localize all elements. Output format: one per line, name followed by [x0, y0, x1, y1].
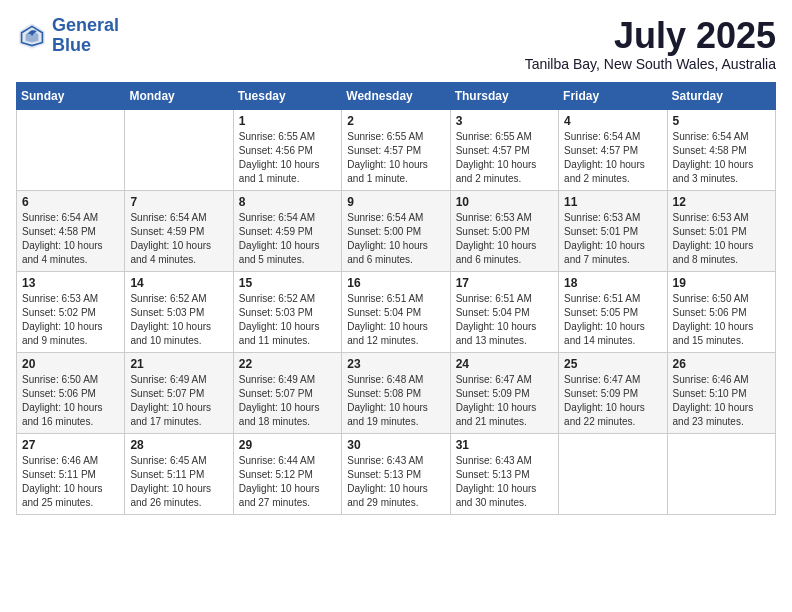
- day-number: 18: [564, 276, 661, 290]
- day-info: Sunrise: 6:53 AM Sunset: 5:01 PM Dayligh…: [673, 211, 770, 267]
- day-number: 22: [239, 357, 336, 371]
- calendar-day-cell: [17, 109, 125, 190]
- day-number: 29: [239, 438, 336, 452]
- day-info: Sunrise: 6:49 AM Sunset: 5:07 PM Dayligh…: [130, 373, 227, 429]
- day-info: Sunrise: 6:51 AM Sunset: 5:04 PM Dayligh…: [347, 292, 444, 348]
- day-number: 28: [130, 438, 227, 452]
- day-number: 25: [564, 357, 661, 371]
- calendar-day-cell: 13Sunrise: 6:53 AM Sunset: 5:02 PM Dayli…: [17, 271, 125, 352]
- day-info: Sunrise: 6:55 AM Sunset: 4:57 PM Dayligh…: [456, 130, 553, 186]
- calendar-day-cell: 10Sunrise: 6:53 AM Sunset: 5:00 PM Dayli…: [450, 190, 558, 271]
- calendar-day-cell: 9Sunrise: 6:54 AM Sunset: 5:00 PM Daylig…: [342, 190, 450, 271]
- calendar-body: 1Sunrise: 6:55 AM Sunset: 4:56 PM Daylig…: [17, 109, 776, 514]
- calendar-day-cell: 22Sunrise: 6:49 AM Sunset: 5:07 PM Dayli…: [233, 352, 341, 433]
- month-year: July 2025: [525, 16, 776, 56]
- day-info: Sunrise: 6:51 AM Sunset: 5:05 PM Dayligh…: [564, 292, 661, 348]
- calendar-day-cell: 12Sunrise: 6:53 AM Sunset: 5:01 PM Dayli…: [667, 190, 775, 271]
- calendar-week-row: 20Sunrise: 6:50 AM Sunset: 5:06 PM Dayli…: [17, 352, 776, 433]
- calendar-day-cell: 14Sunrise: 6:52 AM Sunset: 5:03 PM Dayli…: [125, 271, 233, 352]
- calendar-day-cell: 20Sunrise: 6:50 AM Sunset: 5:06 PM Dayli…: [17, 352, 125, 433]
- day-info: Sunrise: 6:52 AM Sunset: 5:03 PM Dayligh…: [130, 292, 227, 348]
- logo-line2: Blue: [52, 35, 91, 55]
- calendar-day-cell: 2Sunrise: 6:55 AM Sunset: 4:57 PM Daylig…: [342, 109, 450, 190]
- day-info: Sunrise: 6:44 AM Sunset: 5:12 PM Dayligh…: [239, 454, 336, 510]
- calendar-day-cell: [667, 433, 775, 514]
- weekday-header-cell: Monday: [125, 82, 233, 109]
- day-number: 4: [564, 114, 661, 128]
- day-info: Sunrise: 6:50 AM Sunset: 5:06 PM Dayligh…: [673, 292, 770, 348]
- weekday-header-row: SundayMondayTuesdayWednesdayThursdayFrid…: [17, 82, 776, 109]
- day-number: 14: [130, 276, 227, 290]
- calendar-day-cell: 27Sunrise: 6:46 AM Sunset: 5:11 PM Dayli…: [17, 433, 125, 514]
- day-info: Sunrise: 6:50 AM Sunset: 5:06 PM Dayligh…: [22, 373, 119, 429]
- calendar-day-cell: 5Sunrise: 6:54 AM Sunset: 4:58 PM Daylig…: [667, 109, 775, 190]
- day-number: 9: [347, 195, 444, 209]
- calendar-day-cell: 26Sunrise: 6:46 AM Sunset: 5:10 PM Dayli…: [667, 352, 775, 433]
- weekday-header-cell: Thursday: [450, 82, 558, 109]
- calendar-day-cell: 1Sunrise: 6:55 AM Sunset: 4:56 PM Daylig…: [233, 109, 341, 190]
- day-info: Sunrise: 6:47 AM Sunset: 5:09 PM Dayligh…: [456, 373, 553, 429]
- day-number: 30: [347, 438, 444, 452]
- day-info: Sunrise: 6:54 AM Sunset: 5:00 PM Dayligh…: [347, 211, 444, 267]
- day-number: 11: [564, 195, 661, 209]
- day-info: Sunrise: 6:43 AM Sunset: 5:13 PM Dayligh…: [456, 454, 553, 510]
- calendar-day-cell: 31Sunrise: 6:43 AM Sunset: 5:13 PM Dayli…: [450, 433, 558, 514]
- weekday-header-cell: Friday: [559, 82, 667, 109]
- day-number: 26: [673, 357, 770, 371]
- day-info: Sunrise: 6:48 AM Sunset: 5:08 PM Dayligh…: [347, 373, 444, 429]
- day-info: Sunrise: 6:49 AM Sunset: 5:07 PM Dayligh…: [239, 373, 336, 429]
- calendar-day-cell: 30Sunrise: 6:43 AM Sunset: 5:13 PM Dayli…: [342, 433, 450, 514]
- weekday-header-cell: Sunday: [17, 82, 125, 109]
- day-number: 2: [347, 114, 444, 128]
- calendar-day-cell: 28Sunrise: 6:45 AM Sunset: 5:11 PM Dayli…: [125, 433, 233, 514]
- day-info: Sunrise: 6:46 AM Sunset: 5:10 PM Dayligh…: [673, 373, 770, 429]
- day-info: Sunrise: 6:54 AM Sunset: 4:58 PM Dayligh…: [673, 130, 770, 186]
- day-info: Sunrise: 6:54 AM Sunset: 4:59 PM Dayligh…: [130, 211, 227, 267]
- calendar-week-row: 1Sunrise: 6:55 AM Sunset: 4:56 PM Daylig…: [17, 109, 776, 190]
- calendar-day-cell: 3Sunrise: 6:55 AM Sunset: 4:57 PM Daylig…: [450, 109, 558, 190]
- logo-text: General Blue: [52, 16, 119, 56]
- day-number: 27: [22, 438, 119, 452]
- day-info: Sunrise: 6:53 AM Sunset: 5:02 PM Dayligh…: [22, 292, 119, 348]
- calendar-day-cell: 25Sunrise: 6:47 AM Sunset: 5:09 PM Dayli…: [559, 352, 667, 433]
- page-header: General Blue July 2025 Tanilba Bay, New …: [16, 16, 776, 72]
- weekday-header-cell: Wednesday: [342, 82, 450, 109]
- day-info: Sunrise: 6:55 AM Sunset: 4:57 PM Dayligh…: [347, 130, 444, 186]
- calendar-day-cell: 19Sunrise: 6:50 AM Sunset: 5:06 PM Dayli…: [667, 271, 775, 352]
- calendar-day-cell: 21Sunrise: 6:49 AM Sunset: 5:07 PM Dayli…: [125, 352, 233, 433]
- logo: General Blue: [16, 16, 119, 56]
- logo-icon: [16, 20, 48, 52]
- calendar-day-cell: [125, 109, 233, 190]
- day-info: Sunrise: 6:54 AM Sunset: 4:59 PM Dayligh…: [239, 211, 336, 267]
- day-number: 16: [347, 276, 444, 290]
- day-number: 21: [130, 357, 227, 371]
- calendar-day-cell: 23Sunrise: 6:48 AM Sunset: 5:08 PM Dayli…: [342, 352, 450, 433]
- weekday-header-cell: Tuesday: [233, 82, 341, 109]
- day-number: 17: [456, 276, 553, 290]
- calendar-table: SundayMondayTuesdayWednesdayThursdayFrid…: [16, 82, 776, 515]
- day-info: Sunrise: 6:46 AM Sunset: 5:11 PM Dayligh…: [22, 454, 119, 510]
- calendar-day-cell: 18Sunrise: 6:51 AM Sunset: 5:05 PM Dayli…: [559, 271, 667, 352]
- day-info: Sunrise: 6:47 AM Sunset: 5:09 PM Dayligh…: [564, 373, 661, 429]
- day-info: Sunrise: 6:54 AM Sunset: 4:57 PM Dayligh…: [564, 130, 661, 186]
- day-number: 1: [239, 114, 336, 128]
- day-info: Sunrise: 6:51 AM Sunset: 5:04 PM Dayligh…: [456, 292, 553, 348]
- calendar-day-cell: 8Sunrise: 6:54 AM Sunset: 4:59 PM Daylig…: [233, 190, 341, 271]
- day-number: 24: [456, 357, 553, 371]
- day-number: 10: [456, 195, 553, 209]
- day-number: 31: [456, 438, 553, 452]
- title-block: July 2025 Tanilba Bay, New South Wales, …: [525, 16, 776, 72]
- calendar-week-row: 6Sunrise: 6:54 AM Sunset: 4:58 PM Daylig…: [17, 190, 776, 271]
- calendar-day-cell: 11Sunrise: 6:53 AM Sunset: 5:01 PM Dayli…: [559, 190, 667, 271]
- calendar-day-cell: 4Sunrise: 6:54 AM Sunset: 4:57 PM Daylig…: [559, 109, 667, 190]
- calendar-day-cell: [559, 433, 667, 514]
- calendar-day-cell: 6Sunrise: 6:54 AM Sunset: 4:58 PM Daylig…: [17, 190, 125, 271]
- calendar-day-cell: 17Sunrise: 6:51 AM Sunset: 5:04 PM Dayli…: [450, 271, 558, 352]
- day-number: 6: [22, 195, 119, 209]
- calendar-week-row: 27Sunrise: 6:46 AM Sunset: 5:11 PM Dayli…: [17, 433, 776, 514]
- day-number: 19: [673, 276, 770, 290]
- day-number: 8: [239, 195, 336, 209]
- calendar-day-cell: 29Sunrise: 6:44 AM Sunset: 5:12 PM Dayli…: [233, 433, 341, 514]
- calendar-day-cell: 24Sunrise: 6:47 AM Sunset: 5:09 PM Dayli…: [450, 352, 558, 433]
- day-info: Sunrise: 6:45 AM Sunset: 5:11 PM Dayligh…: [130, 454, 227, 510]
